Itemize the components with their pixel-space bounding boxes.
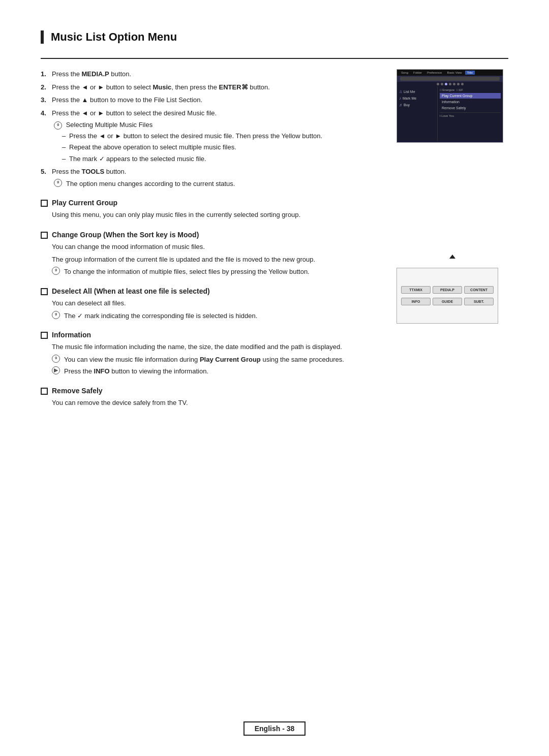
step-3: Press the ▲ button to move to the File L… xyxy=(41,95,381,105)
checkbox-icon-deselect xyxy=(41,288,48,295)
dot1 xyxy=(437,83,439,85)
section-deselect-all: Deselect All (When at least one file is … xyxy=(41,287,381,321)
section-body-play: Using this menu, you can only play music… xyxy=(41,210,381,220)
right-column: Song Folder Preference Basic View Title xyxy=(396,69,508,411)
dot6 xyxy=(457,83,460,85)
note-icon-info1: ᵍ xyxy=(52,355,60,363)
remote-section: TTXMIX PEDIA.P CONTENT INFO GUIDE SUBT. xyxy=(396,255,508,324)
section-body-remove: You can remove the device safely from th… xyxy=(41,398,381,408)
screen-bottom-bar: Guide Browse Fav Settings Select Tools R… xyxy=(397,141,503,143)
tab-song: Song xyxy=(399,71,410,75)
step4-subbullets: Press the ◄ or ► button to select the de… xyxy=(52,131,381,164)
screen-menu-remove-safely: Remove Safely xyxy=(440,105,501,111)
section-body-change2: The group information of the current fil… xyxy=(41,255,381,265)
footer-text: English - 38 xyxy=(255,724,295,733)
checkbox-icon-info xyxy=(41,332,48,339)
note-icon-change: ᵍ xyxy=(52,267,60,275)
step4-sub2: Repeat the above operation to select mul… xyxy=(62,142,381,152)
screen-file-list: ♫ List Me ♪ Mark Me ♬ Buy xyxy=(397,86,438,141)
note-icon-info2: ▶ xyxy=(52,366,60,374)
section-title-deselect: Deselect All (When at least one file is … xyxy=(52,287,210,295)
section-body-info: The music file information including the… xyxy=(41,342,381,353)
section-title-change: Change Group (When the Sort key is Mood) xyxy=(52,231,199,239)
remote-mockup: TTXMIX PEDIA.P CONTENT INFO GUIDE SUBT. xyxy=(396,268,498,324)
remote-btn-guide: GUIDE xyxy=(433,298,462,305)
note-line-info1: ᵍ You can view the music file informatio… xyxy=(41,355,381,365)
screen-file-item-3: ♬ Buy xyxy=(399,102,435,108)
note-line-change: ᵍ To change the information of multiple … xyxy=(41,267,381,277)
remote-btn-content: CONTENT xyxy=(464,286,494,294)
steps-list: Press the MEDIA.P button. Press the ◄ or… xyxy=(41,69,381,188)
step-5: Press the TOOLS button. ᵍ The option men… xyxy=(41,167,381,188)
section-remove-safely: Remove Safely You can remove the device … xyxy=(41,387,381,408)
note-icon-file1: ♫ xyxy=(399,89,402,94)
section-heading-play: Play Current Group xyxy=(41,199,381,207)
section-heading-change: Change Group (When the Sort key is Mood) xyxy=(41,231,381,239)
step-4: Press the ◄ or ► button to select the de… xyxy=(41,108,381,164)
dot7 xyxy=(461,83,464,85)
section-title-play: Play Current Group xyxy=(52,199,117,207)
title-section: Music List Option Menu xyxy=(41,30,508,44)
footer-box: English - 38 xyxy=(243,721,306,736)
file-name-2: Mark Me xyxy=(403,97,416,100)
screen-dots xyxy=(397,82,503,86)
dot4 xyxy=(449,83,451,85)
step4-subnote: Selecting Multiple Music Files xyxy=(66,121,153,129)
title-divider xyxy=(41,58,508,59)
checkbox-icon-change xyxy=(41,232,48,239)
screen-header-tabs: Song Folder Preference Basic View Title xyxy=(397,70,503,76)
note-text-deselect: The ✓ mark indicating the corresponding … xyxy=(64,311,257,321)
step-1: Press the MEDIA.P button. xyxy=(41,69,381,79)
dot2 xyxy=(441,83,443,85)
dot3 xyxy=(445,83,447,85)
remote-top-row: TTXMIX PEDIA.P CONTENT xyxy=(397,282,498,298)
main-content: Press the MEDIA.P button. Press the ◄ or… xyxy=(41,69,508,411)
screen-mockup-1: Song Folder Preference Basic View Title xyxy=(396,69,503,143)
section-body-deselect: You can deselect all files. xyxy=(41,298,381,309)
step2-bold2: ENTER⌘ xyxy=(219,83,248,91)
section-play-current-group: Play Current Group Using this menu, you … xyxy=(41,199,381,220)
page-container: Music List Option Menu Press the MEDIA.P… xyxy=(0,0,549,451)
remote-buttons-grid: TTXMIX PEDIA.P CONTENT INFO GUIDE SUBT. xyxy=(397,282,498,309)
page-title: Music List Option Menu xyxy=(51,30,508,44)
note-icon-step5: ᵍ xyxy=(54,179,62,187)
footer: English - 38 xyxy=(0,721,549,736)
arrow-triangle xyxy=(449,255,455,259)
tab-title: Title xyxy=(465,71,475,75)
remote-btn-subt: SUBT. xyxy=(464,298,494,305)
tab-preference: Preference xyxy=(425,71,444,75)
section-title-info: Information xyxy=(52,331,91,339)
note-text-info2: Press the INFO button to viewing the inf… xyxy=(64,366,208,376)
tab-folder: Folder xyxy=(411,71,424,75)
section-title-remove: Remove Safely xyxy=(52,387,103,395)
section-heading-info: Information xyxy=(41,331,381,339)
step2-bold: Music xyxy=(152,83,171,91)
checkbox-icon-remove xyxy=(41,388,48,395)
note-icon-step4: ᵍ xyxy=(54,121,62,130)
left-column: Press the MEDIA.P button. Press the ◄ or… xyxy=(41,69,381,411)
step4-sub3: The mark ✓ appears to the selected music… xyxy=(62,154,381,164)
remote-btn-mediap: PEDIA.P xyxy=(433,286,462,294)
remote-btn-ttxmix: TTXMIX xyxy=(401,286,431,294)
section-heading-deselect: Deselect All (When at least one file is … xyxy=(41,287,381,295)
arrow-up xyxy=(396,255,508,259)
screen-content: ♫ List Me ♪ Mark Me ♬ Buy xyxy=(397,86,503,141)
step5-note: The option menu changes according to the… xyxy=(66,179,235,189)
screen-search-input xyxy=(400,77,500,81)
screen-file-item-1: ♫ List Me xyxy=(399,88,435,95)
step-2: Press the ◄ or ► button to select Music,… xyxy=(41,82,381,92)
screen-menu-information: Information xyxy=(440,99,501,105)
screen-now-playing: I Love You xyxy=(440,112,501,117)
step1-bold: MEDIA.P xyxy=(82,70,109,78)
screen-checkboxes: □ Energize □ EF xyxy=(440,88,501,91)
screen-menu: □ Energize □ EF Play Current Group Infor… xyxy=(438,86,503,141)
section-change-group: Change Group (When the Sort key is Mood)… xyxy=(41,231,381,277)
remote-btn-info: INFO xyxy=(401,298,431,305)
screen-search-bar xyxy=(397,76,503,82)
section-body-change1: You can change the mood information of m… xyxy=(41,242,381,253)
screen-menu-play-current: Play Current Group xyxy=(440,93,501,99)
file-name-3: Buy xyxy=(404,103,410,107)
note-icon-file2: ♪ xyxy=(399,96,401,101)
note-icon-deselect: ᵍ xyxy=(52,311,60,319)
tab-basicview: Basic View xyxy=(445,71,464,75)
